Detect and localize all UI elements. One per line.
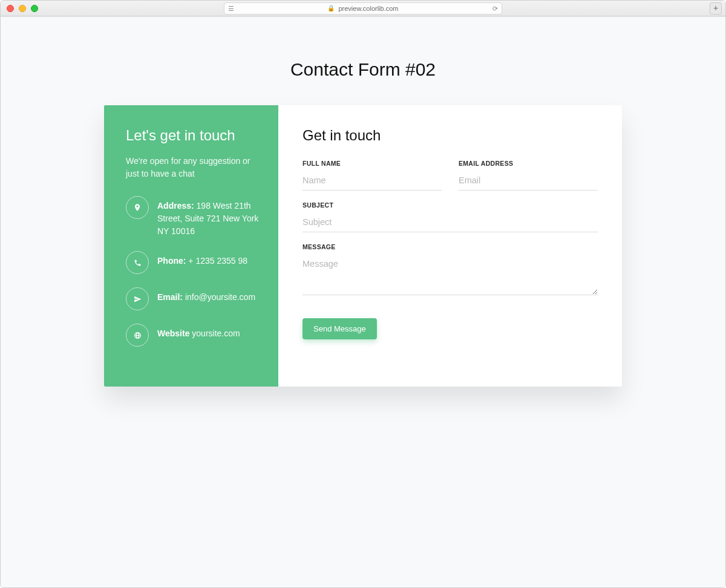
info-address-text: Address: 198 West 21th Street, Suite 721… [157,196,259,238]
info-phone-text: Phone: + 1235 2355 98 [157,251,247,274]
info-heading: Let's get in touch [126,127,259,144]
info-subtext: We're open for any suggestion or just to… [126,155,259,180]
window-controls [7,5,38,12]
email-value[interactable]: info@yoursite.com [185,292,255,302]
subject-field-group: SUBJECT [302,201,598,232]
info-email: Email: info@yoursite.com [126,287,259,310]
reader-icon: ☰ [228,4,234,12]
fullname-input[interactable] [302,173,442,191]
send-message-button[interactable]: Send Message [302,318,377,339]
email-field-label: EMAIL ADDRESS [459,160,598,167]
globe-icon [126,324,149,347]
phone-value[interactable]: + 1235 2355 98 [188,256,247,266]
close-window-button[interactable] [7,5,14,12]
maximize-window-button[interactable] [31,5,38,12]
info-website-text: Website yoursite.com [157,324,240,347]
fullname-field-group: FULL NAME [302,160,442,191]
minimize-window-button[interactable] [19,5,26,12]
subject-label: SUBJECT [302,201,598,209]
new-tab-button[interactable]: + [710,2,722,15]
phone-icon [126,251,149,274]
address-label: Address: [157,201,194,211]
form-heading: Get in touch [302,127,598,144]
paper-plane-icon [126,287,149,310]
contact-info-panel: Let's get in touch We're open for any su… [104,105,278,387]
lock-icon: 🔒 [327,5,335,11]
contact-form-panel: Get in touch FULL NAME EMAIL ADDRESS SUB… [278,105,622,387]
browser-window: ☰ 🔒 preview.colorlib.com ⟳ + Contact For… [0,0,726,588]
address-host: preview.colorlib.com [338,5,398,12]
message-label: MESSAGE [302,243,598,250]
info-address: Address: 198 West 21th Street, Suite 721… [126,196,259,238]
email-label: Email: [157,292,183,302]
website-label: Website [157,328,189,338]
email-field-group: EMAIL ADDRESS [459,160,598,191]
address-bar-wrap: ☰ 🔒 preview.colorlib.com ⟳ [224,2,502,15]
email-input[interactable] [459,173,598,191]
reload-icon[interactable]: ⟳ [492,4,498,12]
website-value[interactable]: yoursite.com [192,328,240,338]
message-textarea[interactable] [302,256,598,295]
info-email-text: Email: info@yoursite.com [157,287,255,310]
map-pin-icon [126,196,149,219]
page-viewport: Contact Form #02 Let's get in touch We'r… [1,16,725,587]
subject-input[interactable] [302,215,598,232]
browser-titlebar: ☰ 🔒 preview.colorlib.com ⟳ + [1,1,725,16]
info-phone: Phone: + 1235 2355 98 [126,251,259,274]
address-bar[interactable]: ☰ 🔒 preview.colorlib.com ⟳ [224,2,502,15]
message-field-group: MESSAGE [302,243,598,295]
contact-card: Let's get in touch We're open for any su… [104,105,622,387]
phone-label: Phone: [157,256,186,266]
info-website: Website yoursite.com [126,324,259,347]
fullname-label: FULL NAME [302,160,442,167]
page-title: Contact Form #02 [1,59,725,80]
